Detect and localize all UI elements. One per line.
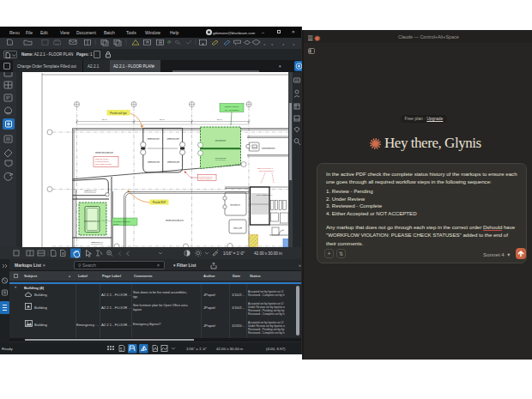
svg-text:CONFERENCE 1: CONFERENCE 1 <box>262 147 276 148</box>
svg-text:OPEN OFFICE 101: OPEN OFFICE 101 <box>95 151 114 154</box>
svg-text:36'-8": 36'-8" <box>217 118 222 121</box>
svg-text:˅: ˅ <box>293 42 295 46</box>
svg-text:MEETING 140: MEETING 140 <box>84 190 97 191</box>
svg-text:corner condition: corner condition <box>199 178 213 179</box>
svg-text:MEETING 152: MEETING 152 <box>167 160 180 162</box>
svg-text:What are power: What are power <box>95 158 109 160</box>
svg-text:OFFICE 160: OFFICE 160 <box>215 139 227 141</box>
svg-text:5: 5 <box>120 348 123 352</box>
svg-text:Provide RCP: Provide RCP <box>153 201 166 204</box>
svg-text:MEETING 150: MEETING 150 <box>148 160 160 162</box>
svg-text:OPEN OFFICE 140: OPEN OFFICE 140 <box>166 219 184 221</box>
svg-text:COPY 138: COPY 138 <box>233 227 243 228</box>
svg-text:˅: ˅ <box>271 42 274 46</box>
svg-text:CONFERENCE 142: CONFERENCE 142 <box>84 220 100 221</box>
svg-text:Stair doors to be fi: Stair doors to be fi <box>257 167 273 169</box>
svg-text:rated assemblies,: rated assemblies, <box>259 170 275 172</box>
svg-text:36'-8": 36'-8" <box>102 118 107 121</box>
svg-text:OFFICE 146: OFFICE 146 <box>230 203 241 205</box>
svg-text:here?: here? <box>113 223 119 226</box>
svg-text:Ensure offices: Ensure offices <box>225 106 239 108</box>
svg-text:˅: ˅ <box>282 42 285 46</box>
svg-text:˅: ˅ <box>263 42 266 46</box>
svg-text:Open Office areas?: Open Office areas? <box>95 163 112 165</box>
svg-text:MEETING 153: MEETING 153 <box>166 137 179 139</box>
svg-text:W10: W10 <box>253 146 257 148</box>
svg-text:36'-8": 36'-8" <box>160 118 165 121</box>
svg-text:MEETING 151: MEETING 151 <box>147 137 160 139</box>
svg-text:STAIR 1 ELECTRICAL: STAIR 1 ELECTRICAL <box>257 194 272 196</box>
svg-text:ADA accessible: ADA accessible <box>224 109 239 112</box>
svg-text:Is power required: Is power required <box>113 221 130 223</box>
svg-text:A: A <box>202 42 204 46</box>
svg-text:Provide detail for: Provide detail for <box>199 176 213 178</box>
svg-text:Provide wall type: Provide wall type <box>110 112 127 115</box>
svg-text:MEETING 144: MEETING 144 <box>91 241 104 243</box>
svg-text:OFFICE 162: OFFICE 162 <box>215 157 227 159</box>
svg-text:requirements for: requirements for <box>95 160 109 162</box>
